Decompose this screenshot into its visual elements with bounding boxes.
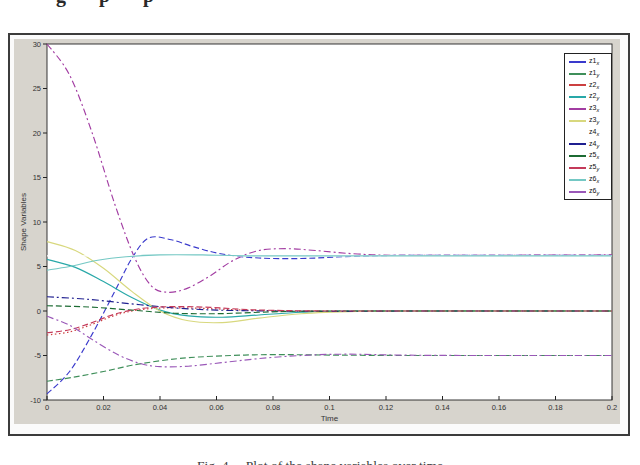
- legend-swatch-z1y: [569, 73, 586, 75]
- legend-item-z2x: z2x: [565, 80, 611, 92]
- legend-label-z6x: z6x: [589, 175, 599, 185]
- legend-label-z3y: z3y: [589, 116, 599, 126]
- legend-item-z4x: z4x: [565, 127, 611, 139]
- x-tick-label: 0: [45, 403, 49, 412]
- y-axis-label: Shape Variables: [19, 193, 28, 251]
- legend-swatch-z3y: [569, 120, 586, 122]
- x-tick-label: 0.14: [435, 403, 450, 412]
- legend-swatch-z3x: [569, 108, 586, 110]
- legend-swatch-z1x: [569, 61, 586, 63]
- x-tick-label: 0.18: [548, 403, 563, 412]
- y-tick-label: 5: [37, 262, 41, 271]
- legend-item-z1x: z1x: [565, 56, 611, 68]
- legend-swatch-z6x: [569, 179, 586, 181]
- plot-area: 302520151050-5-1000.020.040.060.080.10.1…: [14, 39, 620, 424]
- figure-caption-clipped: Fig. 4.Plot of the shape variables over …: [0, 449, 640, 465]
- x-tick-label: 0.04: [153, 403, 168, 412]
- legend: z1xz1yz2xz2yz3xz3yz4xz4yz5xz5yz6xz6y: [564, 53, 612, 200]
- x-tick-label: 0.16: [492, 403, 507, 412]
- y-tick-label: 10: [33, 218, 41, 227]
- page: g p p 302520151050-5-1000.020.040.060.08…: [0, 0, 640, 465]
- legend-label-z2x: z2x: [589, 81, 599, 91]
- legend-label-z3x: z3x: [589, 104, 599, 114]
- y-tick-label: 25: [33, 84, 41, 93]
- legend-item-z5y: z5y: [565, 162, 611, 174]
- legend-item-z3y: z3y: [565, 115, 611, 127]
- legend-swatch-z4y: [569, 143, 586, 145]
- x-axis-label: Time: [321, 414, 339, 423]
- caption-text: Plot of the shape variables over time: [246, 458, 443, 465]
- legend-swatch-z2x: [569, 84, 586, 86]
- legend-label-z1x: z1x: [589, 57, 599, 67]
- legend-item-z3x: z3x: [565, 103, 611, 115]
- legend-label-z4y: z4y: [589, 140, 599, 150]
- legend-swatch-z5y: [569, 167, 586, 169]
- y-tick-label: 0: [37, 307, 41, 316]
- legend-label-z1y: z1y: [589, 69, 599, 79]
- y-tick-label: 20: [33, 129, 41, 138]
- legend-swatch-z6y: [569, 191, 586, 193]
- legend-swatch-z5x: [569, 155, 586, 157]
- legend-swatch-z2y: [569, 96, 586, 98]
- x-tick-label: 0.08: [266, 403, 281, 412]
- axes-box: [47, 44, 612, 400]
- clipped-text-fragment: g p p: [56, 0, 316, 7]
- figure-caption: Fig. 4.Plot of the shape variables over …: [0, 458, 640, 465]
- chart-panel: 302520151050-5-1000.020.040.060.080.10.1…: [14, 39, 620, 424]
- x-tick-label: 0.06: [209, 403, 224, 412]
- x-tick-label: 0.1: [324, 403, 334, 412]
- legend-label-z2y: z2y: [589, 92, 599, 102]
- x-tick-label: 0.12: [379, 403, 394, 412]
- clipped-text-above-figure: g p p: [56, 0, 316, 9]
- legend-item-z1y: z1y: [565, 68, 611, 80]
- x-tick-label: 0.02: [96, 403, 111, 412]
- y-tick-label: 30: [33, 40, 41, 49]
- y-tick-label: -5: [34, 351, 41, 360]
- legend-label-z6y: z6y: [589, 187, 599, 197]
- caption-prefix: Fig. 4.: [197, 458, 232, 465]
- legend-item-z5x: z5x: [565, 150, 611, 162]
- y-tick-label: 15: [33, 173, 41, 182]
- legend-item-z4y: z4y: [565, 139, 611, 151]
- legend-swatch-z4x: [569, 132, 586, 134]
- legend-item-z6y: z6y: [565, 186, 611, 198]
- legend-item-z2y: z2y: [565, 91, 611, 103]
- legend-label-z5x: z5x: [589, 151, 599, 161]
- legend-label-z4x: z4x: [589, 128, 599, 138]
- y-tick-label: -10: [30, 396, 41, 405]
- legend-item-z6x: z6x: [565, 174, 611, 186]
- x-tick-label: 0.2: [607, 403, 617, 412]
- legend-label-z5y: z5y: [589, 163, 599, 173]
- figure-frame: 302520151050-5-1000.020.040.060.080.10.1…: [8, 33, 630, 436]
